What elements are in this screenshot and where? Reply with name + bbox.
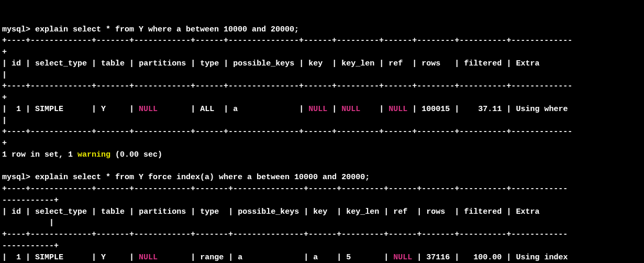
cell-id: 1 [16, 253, 21, 262]
cell-partitions: NULL [139, 105, 158, 114]
cell-key: a [313, 253, 318, 262]
cell-key-len: NULL [341, 105, 360, 114]
cell-extra: Using index [516, 253, 568, 262]
col-table: table [101, 59, 125, 68]
cell-type: ALL [200, 105, 214, 114]
col-key-len: key_len [341, 59, 374, 68]
col-extra: Extra [516, 207, 539, 216]
cell-possible-keys: a [238, 253, 242, 262]
table-header-row: | id | select_type | table | partitions … [2, 59, 539, 68]
col-ref: ref [388, 59, 403, 68]
cell-type: range [200, 253, 224, 262]
mysql-prompt: mysql> [2, 173, 30, 182]
col-extra: Extra [516, 59, 539, 68]
cell-extra: Using where [516, 105, 568, 114]
col-possible-keys: possible_keys [233, 59, 294, 68]
cell-filtered: 100.00 [473, 253, 502, 262]
col-ref: ref [393, 207, 407, 216]
table-border-wrap: + [2, 93, 7, 102]
cell-possible-keys: a [233, 105, 238, 114]
col-id: id [12, 207, 21, 216]
status-rows: 1 row in set, 1 [2, 150, 73, 159]
cell-id: 1 [16, 105, 21, 114]
table-row: | 1 | SIMPLE | Y | NULL | range | a | a … [2, 253, 568, 262]
table-border: +----+-------------+-------+------------… [2, 230, 568, 239]
sql-command-2: explain select * from Y force index(a) w… [35, 173, 370, 182]
sql-command-1: explain select * from Y where a between … [35, 25, 299, 34]
cell-rows: 37116 [426, 253, 450, 262]
col-type: type [200, 59, 219, 68]
col-rows: rows [421, 59, 440, 68]
col-table: table [101, 207, 125, 216]
col-filtered: filtered [464, 207, 502, 216]
cell-ref: NULL [393, 253, 412, 262]
cell-partitions: NULL [139, 253, 158, 262]
mysql-prompt: mysql> [2, 25, 30, 34]
table-row: | 1 | SIMPLE | Y | NULL | ALL | a | NULL… [2, 105, 568, 114]
table-border: +----+-------------+-------+------------… [2, 184, 568, 193]
table-border-wrap: -----------+ [2, 196, 59, 205]
cell-table: Y [101, 253, 106, 262]
table-border: +----+-------------+-------+------------… [2, 82, 572, 91]
status-time: (0.00 sec) [115, 150, 162, 159]
col-key: key [308, 59, 323, 68]
terminal-output: mysql> explain select * from Y where a b… [2, 24, 642, 264]
table-border: +----+-------------+-------+------------… [2, 127, 572, 136]
col-type: type [200, 207, 219, 216]
cell-ref: NULL [388, 105, 407, 114]
col-filtered: filtered [464, 59, 502, 68]
col-rows: rows [426, 207, 445, 216]
col-id: id [12, 59, 21, 68]
table-border-wrap: + [2, 48, 7, 57]
cell-filtered: 37.11 [478, 105, 502, 114]
cell-select-type: SIMPLE [35, 105, 63, 114]
col-select-type: select_type [35, 59, 87, 68]
status-line: 1 row in set, 1 warning (0.00 sec) [2, 150, 162, 159]
col-key-len: key_len [346, 207, 379, 216]
status-warning: warning [77, 150, 110, 159]
table-header-row: | id | select_type | table | partitions … [2, 207, 539, 216]
cell-rows: 100015 [421, 105, 450, 114]
col-possible-keys: possible_keys [238, 207, 299, 216]
table-border-wrap: -----------+ [2, 242, 59, 250]
col-key: key [313, 207, 327, 216]
table-border: +----+-------------+-------+------------… [2, 36, 572, 45]
cell-key-len: 5 [346, 253, 351, 262]
cell-key: NULL [308, 105, 327, 114]
cell-select-type: SIMPLE [35, 253, 63, 262]
col-partitions: partitions [139, 59, 186, 68]
table-border-wrap: + [2, 139, 7, 148]
cell-table: Y [101, 105, 106, 114]
col-select-type: select_type [35, 207, 87, 216]
col-partitions: partitions [139, 207, 186, 216]
